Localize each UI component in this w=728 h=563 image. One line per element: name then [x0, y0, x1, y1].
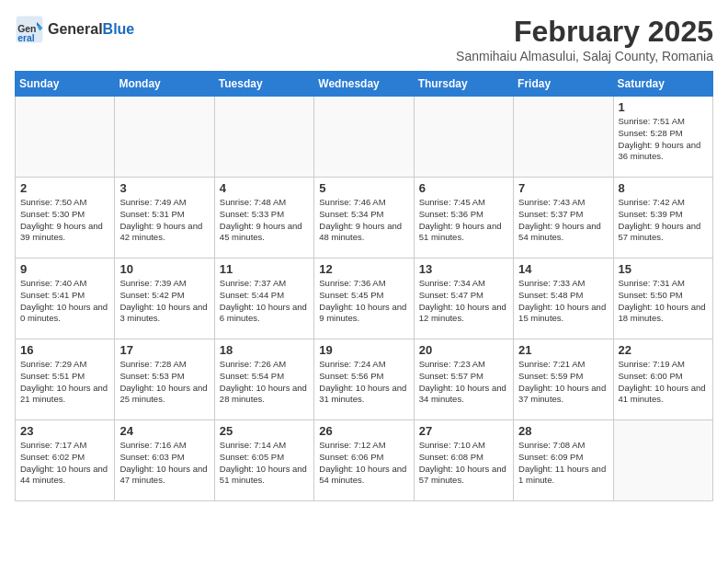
calendar-cell [16, 97, 115, 178]
day-info: Sunrise: 7:42 AM Sunset: 5:39 PM Dayligh… [619, 197, 708, 244]
page-header: Gen eral General Blue February 2025 Sanm… [15, 15, 713, 63]
day-number: 24 [119, 424, 209, 438]
logo: Gen eral General Blue [15, 15, 134, 44]
calendar-cell: 14Sunrise: 7:33 AM Sunset: 5:48 PM Dayli… [514, 259, 613, 339]
day-number: 4 [220, 181, 309, 195]
day-info: Sunrise: 7:37 AM Sunset: 5:44 PM Dayligh… [220, 278, 309, 325]
day-number: 19 [319, 343, 408, 357]
calendar-table: SundayMondayTuesdayWednesdayThursdayFrid… [15, 71, 713, 501]
day-number: 13 [419, 262, 508, 276]
day-number: 17 [119, 343, 209, 357]
day-number: 14 [518, 262, 608, 276]
day-header-tuesday: Tuesday [214, 72, 313, 97]
calendar-cell: 18Sunrise: 7:26 AM Sunset: 5:54 PM Dayli… [214, 339, 313, 420]
day-info: Sunrise: 7:48 AM Sunset: 5:33 PM Dayligh… [220, 197, 309, 244]
day-info: Sunrise: 7:21 AM Sunset: 5:59 PM Dayligh… [518, 359, 608, 406]
header-row: SundayMondayTuesdayWednesdayThursdayFrid… [16, 72, 713, 97]
day-info: Sunrise: 7:40 AM Sunset: 5:41 PM Dayligh… [20, 278, 109, 325]
calendar-cell: 22Sunrise: 7:19 AM Sunset: 6:00 PM Dayli… [613, 339, 712, 420]
calendar-cell: 17Sunrise: 7:28 AM Sunset: 5:53 PM Dayli… [115, 339, 214, 420]
day-number: 2 [20, 181, 109, 195]
calendar-cell: 16Sunrise: 7:29 AM Sunset: 5:51 PM Dayli… [16, 339, 115, 420]
calendar-cell: 4Sunrise: 7:48 AM Sunset: 5:33 PM Daylig… [214, 178, 313, 259]
day-number: 11 [220, 262, 309, 276]
day-info: Sunrise: 7:50 AM Sunset: 5:30 PM Dayligh… [20, 197, 109, 244]
week-row-5: 23Sunrise: 7:17 AM Sunset: 6:02 PM Dayli… [16, 420, 713, 501]
calendar-cell: 13Sunrise: 7:34 AM Sunset: 5:47 PM Dayli… [414, 259, 513, 339]
day-number: 3 [119, 181, 209, 195]
day-info: Sunrise: 7:39 AM Sunset: 5:42 PM Dayligh… [119, 278, 209, 325]
logo-text: General Blue [48, 21, 134, 38]
day-info: Sunrise: 7:46 AM Sunset: 5:34 PM Dayligh… [319, 197, 408, 244]
day-number: 22 [619, 343, 708, 357]
calendar-cell: 12Sunrise: 7:36 AM Sunset: 5:45 PM Dayli… [314, 259, 414, 339]
day-info: Sunrise: 7:24 AM Sunset: 5:56 PM Dayligh… [319, 359, 408, 406]
calendar-cell: 21Sunrise: 7:21 AM Sunset: 5:59 PM Dayli… [514, 339, 613, 420]
day-info: Sunrise: 7:26 AM Sunset: 5:54 PM Dayligh… [220, 359, 309, 406]
day-number: 27 [419, 424, 508, 438]
day-number: 6 [419, 181, 508, 195]
day-info: Sunrise: 7:45 AM Sunset: 5:36 PM Dayligh… [419, 197, 508, 244]
day-number: 23 [20, 424, 109, 438]
day-number: 20 [419, 343, 508, 357]
day-info: Sunrise: 7:28 AM Sunset: 5:53 PM Dayligh… [119, 359, 209, 406]
day-number: 9 [20, 262, 109, 276]
calendar-cell [514, 97, 613, 178]
calendar-cell: 3Sunrise: 7:49 AM Sunset: 5:31 PM Daylig… [115, 178, 214, 259]
calendar-cell [314, 97, 414, 178]
day-info: Sunrise: 7:14 AM Sunset: 6:05 PM Dayligh… [220, 440, 309, 487]
day-header-saturday: Saturday [613, 72, 712, 97]
day-number: 18 [220, 343, 309, 357]
day-number: 10 [119, 262, 209, 276]
day-info: Sunrise: 7:36 AM Sunset: 5:45 PM Dayligh… [319, 278, 408, 325]
logo-blue: Blue [103, 21, 135, 38]
calendar-cell: 7Sunrise: 7:43 AM Sunset: 5:37 PM Daylig… [514, 178, 613, 259]
calendar-cell: 11Sunrise: 7:37 AM Sunset: 5:44 PM Dayli… [214, 259, 313, 339]
title-block: February 2025 Sanmihaiu Almasului, Salaj… [456, 15, 713, 63]
day-info: Sunrise: 7:34 AM Sunset: 5:47 PM Dayligh… [419, 278, 508, 325]
calendar-cell: 10Sunrise: 7:39 AM Sunset: 5:42 PM Dayli… [115, 259, 214, 339]
day-info: Sunrise: 7:19 AM Sunset: 6:00 PM Dayligh… [619, 359, 708, 406]
day-info: Sunrise: 7:10 AM Sunset: 6:08 PM Dayligh… [419, 440, 508, 487]
day-number: 26 [319, 424, 408, 438]
location-subtitle: Sanmihaiu Almasului, Salaj County, Roman… [456, 49, 713, 63]
day-header-sunday: Sunday [16, 72, 115, 97]
day-info: Sunrise: 7:12 AM Sunset: 6:06 PM Dayligh… [319, 440, 408, 487]
calendar-cell: 1Sunrise: 7:51 AM Sunset: 5:28 PM Daylig… [613, 97, 712, 178]
day-header-wednesday: Wednesday [314, 72, 414, 97]
day-info: Sunrise: 7:17 AM Sunset: 6:02 PM Dayligh… [20, 440, 109, 487]
calendar-cell: 20Sunrise: 7:23 AM Sunset: 5:57 PM Dayli… [414, 339, 513, 420]
day-info: Sunrise: 7:49 AM Sunset: 5:31 PM Dayligh… [119, 197, 209, 244]
day-header-friday: Friday [514, 72, 613, 97]
day-number: 1 [619, 100, 708, 114]
calendar-cell: 6Sunrise: 7:45 AM Sunset: 5:36 PM Daylig… [414, 178, 513, 259]
day-info: Sunrise: 7:43 AM Sunset: 5:37 PM Dayligh… [518, 197, 608, 244]
day-number: 8 [619, 181, 708, 195]
day-info: Sunrise: 7:29 AM Sunset: 5:51 PM Dayligh… [20, 359, 109, 406]
day-number: 15 [619, 262, 708, 276]
calendar-cell: 26Sunrise: 7:12 AM Sunset: 6:06 PM Dayli… [314, 420, 414, 501]
calendar-cell: 8Sunrise: 7:42 AM Sunset: 5:39 PM Daylig… [613, 178, 712, 259]
day-info: Sunrise: 7:08 AM Sunset: 6:09 PM Dayligh… [518, 440, 608, 487]
day-number: 28 [518, 424, 608, 438]
logo-icon: Gen eral [15, 15, 44, 44]
logo-general: General [48, 21, 103, 38]
calendar-cell: 2Sunrise: 7:50 AM Sunset: 5:30 PM Daylig… [16, 178, 115, 259]
month-title: February 2025 [456, 15, 713, 49]
day-number: 16 [20, 343, 109, 357]
week-row-3: 9Sunrise: 7:40 AM Sunset: 5:41 PM Daylig… [16, 259, 713, 339]
calendar-cell: 9Sunrise: 7:40 AM Sunset: 5:41 PM Daylig… [16, 259, 115, 339]
svg-text:eral: eral [17, 33, 35, 43]
calendar-cell [115, 97, 214, 178]
day-info: Sunrise: 7:31 AM Sunset: 5:50 PM Dayligh… [619, 278, 708, 325]
calendar-cell [613, 420, 712, 501]
day-info: Sunrise: 7:16 AM Sunset: 6:03 PM Dayligh… [119, 440, 209, 487]
day-number: 5 [319, 181, 408, 195]
week-row-4: 16Sunrise: 7:29 AM Sunset: 5:51 PM Dayli… [16, 339, 713, 420]
day-header-thursday: Thursday [414, 72, 513, 97]
calendar-cell: 28Sunrise: 7:08 AM Sunset: 6:09 PM Dayli… [514, 420, 613, 501]
calendar-cell: 15Sunrise: 7:31 AM Sunset: 5:50 PM Dayli… [613, 259, 712, 339]
day-number: 12 [319, 262, 408, 276]
calendar-cell: 23Sunrise: 7:17 AM Sunset: 6:02 PM Dayli… [16, 420, 115, 501]
day-number: 25 [220, 424, 309, 438]
